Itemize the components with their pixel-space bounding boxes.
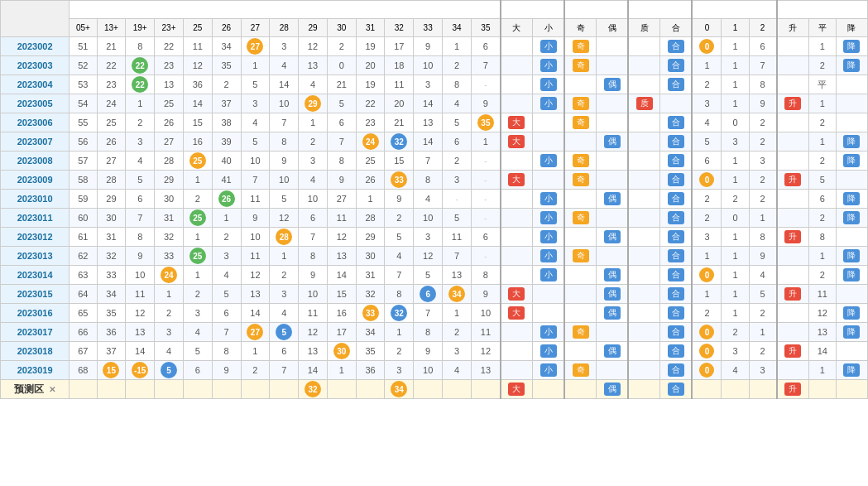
- col-h-2: 2: [749, 19, 776, 37]
- cell-road0: 2: [692, 209, 722, 228]
- cell-xiao: 小: [533, 342, 565, 361]
- cell-da: [501, 266, 533, 285]
- cell-road2: 4: [749, 266, 776, 285]
- cell-num: 39: [212, 132, 241, 152]
- cell-xiao: [533, 113, 565, 132]
- cell-qishu: 2023003: [1, 56, 70, 75]
- cell-num: 30: [97, 209, 126, 228]
- predict-label: 预测区 ✕: [1, 380, 70, 399]
- cell-num: 28: [270, 228, 299, 247]
- table-row: 2023016653512236144111633327110大偶合21212降: [1, 304, 868, 323]
- cell-da: [501, 190, 533, 209]
- cell-zhi: 质: [628, 94, 660, 113]
- cell-sheng: [777, 113, 809, 132]
- table-row: 20230186737144581613303529312小偶合032升14: [1, 342, 868, 361]
- cell-road1: 1: [722, 94, 749, 113]
- cell-qishu: 2023006: [1, 113, 70, 132]
- cell-da: [501, 209, 533, 228]
- cell-road1: 2: [722, 190, 749, 209]
- cell-jiang: 降: [836, 266, 867, 285]
- cell-ping: 2: [808, 266, 836, 285]
- cell-xiao: 小: [533, 266, 565, 285]
- cell-road0: 3: [692, 228, 722, 247]
- cell-num: 38: [212, 113, 241, 132]
- cell-road2: 2: [749, 171, 776, 190]
- cell-num: 29: [356, 228, 385, 247]
- cell-road1: 2: [722, 323, 749, 342]
- cell-ping: 1: [808, 247, 836, 266]
- cell-road2: 9: [749, 247, 776, 266]
- cell-road0: 1: [692, 247, 722, 266]
- cell-num: 26: [155, 113, 184, 132]
- cell-num: 8: [414, 171, 443, 190]
- cell-num: 3: [183, 304, 212, 323]
- cell-num: 2: [212, 228, 241, 247]
- col-h-19: 19+: [126, 19, 155, 37]
- cell-xiao: 小: [533, 152, 565, 171]
- cell-num: 11: [241, 247, 270, 266]
- cell-sheng: [777, 56, 809, 75]
- cell-num: 6: [299, 209, 328, 228]
- cell-da: [501, 228, 533, 247]
- predict-zhi: [628, 380, 660, 399]
- col-header-spj: [777, 1, 868, 19]
- cell-num: 51: [70, 37, 97, 56]
- cell-da: [501, 56, 533, 75]
- cell-xiao: 小: [533, 75, 565, 94]
- cell-num: 1: [443, 37, 472, 56]
- cell-num: 0: [327, 56, 356, 75]
- cell-num: 34: [97, 285, 126, 304]
- cell-road0: 5: [692, 132, 722, 152]
- predict-xiao: [533, 380, 565, 399]
- col-h-13: 13+: [97, 19, 126, 37]
- cell-num: 5: [385, 228, 414, 247]
- cell-road1: 1: [722, 56, 749, 75]
- cell-ou: 偶: [597, 190, 629, 209]
- cell-he: 合: [660, 113, 693, 132]
- cell-zhi: [628, 228, 660, 247]
- cell-num: 28: [97, 171, 126, 190]
- cell-num: 25: [155, 94, 184, 113]
- predict-cell: [126, 380, 155, 399]
- cell-road1: 0: [722, 209, 749, 228]
- cell-road1: 1: [722, 228, 749, 247]
- cell-xiao: 小: [533, 323, 565, 342]
- table-row: 202301059296302261151027194--小偶合2226降: [1, 190, 868, 209]
- cell-num: 4: [299, 75, 328, 94]
- predict-cell: [270, 380, 299, 399]
- cell-sheng: [777, 361, 809, 380]
- cell-da: [501, 342, 533, 361]
- cell-jiang: 降: [836, 56, 867, 75]
- predict-he: 合: [660, 380, 693, 399]
- cell-road0: 2: [692, 75, 722, 94]
- cell-ping: 5: [808, 171, 836, 190]
- cell-num: 35: [97, 304, 126, 323]
- close-icon[interactable]: ✕: [49, 385, 55, 394]
- cell-num: 30: [356, 247, 385, 266]
- col-h-30: 30: [327, 19, 356, 37]
- cell-qi: 奇: [564, 37, 597, 56]
- cell-num: 35: [356, 342, 385, 361]
- col-h-27: 27: [241, 19, 270, 37]
- cell-num: 2: [183, 190, 212, 209]
- cell-qishu: 2023007: [1, 132, 70, 152]
- cell-num: 36: [97, 323, 126, 342]
- table-row: 2023002512182211342731221917916小奇合0161降: [1, 37, 868, 56]
- cell-road1: 1: [722, 266, 749, 285]
- predict-cell: [356, 380, 385, 399]
- cell-road2: 2: [749, 304, 776, 323]
- cell-num: 1: [212, 209, 241, 228]
- cell-num: 9: [385, 190, 414, 209]
- cell-num: 11: [327, 209, 356, 228]
- cell-num: 9: [327, 171, 356, 190]
- cell-sheng: 升: [777, 285, 809, 304]
- col-h-23: 23+: [155, 19, 184, 37]
- cell-num: 25: [356, 152, 385, 171]
- cell-qi: 奇: [564, 247, 597, 266]
- cell-num: 33: [155, 247, 184, 266]
- cell-zhi: [628, 361, 660, 380]
- col-h-1: 1: [722, 19, 749, 37]
- cell-num: 2: [443, 323, 472, 342]
- cell-qi: 奇: [564, 361, 597, 380]
- col-h-qi: 奇: [564, 19, 597, 37]
